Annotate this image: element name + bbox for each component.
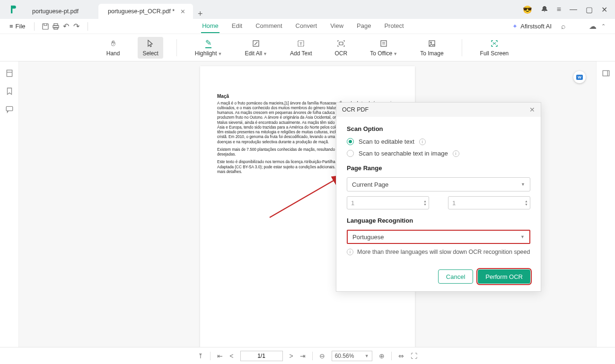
sparkle-icon: ✦	[512, 23, 518, 30]
zoom-select[interactable]: 60.56% ▼	[332, 351, 372, 361]
menu-tab-view[interactable]: View	[329, 19, 344, 33]
svg-text:T: T	[299, 42, 302, 46]
fit-width-icon[interactable]: ⇔	[398, 352, 404, 360]
menu-tab-comment[interactable]: Comment	[255, 19, 283, 33]
highlight-tool[interactable]: ✎ Highlight▼	[190, 37, 227, 59]
add-text-tool[interactable]: T Add Text	[285, 37, 316, 59]
close-icon[interactable]: ✕	[180, 8, 185, 15]
right-sidebar	[596, 61, 615, 347]
to-office-tool[interactable]: To Office▼	[365, 37, 402, 59]
select-tool[interactable]: Select	[138, 37, 163, 59]
edit-all-tool[interactable]: Edit All▼	[240, 37, 272, 59]
next-page-icon[interactable]: >	[290, 352, 293, 360]
menu-tabs: Home Edit Comment Convert View Page Prot…	[94, 19, 513, 33]
to-image-tool[interactable]: To Image	[415, 37, 448, 59]
scroll-top-icon[interactable]: ⤒	[198, 352, 203, 360]
search-icon[interactable]: ⌕	[558, 21, 569, 32]
language-info: i More than three languages will slow do…	[347, 249, 530, 255]
fit-page-icon[interactable]: ⛶	[411, 352, 417, 360]
bookmark-icon[interactable]	[5, 87, 14, 95]
perform-ocr-button[interactable]: Perform OCR	[478, 269, 530, 284]
page-from-spinner[interactable]: 1 ▲▼	[347, 196, 429, 209]
image-icon	[428, 39, 436, 48]
svg-rect-15	[603, 70, 609, 76]
zoom-value: 60.56%	[335, 353, 354, 359]
menu-tab-convert[interactable]: Convert	[295, 19, 318, 33]
cursor-icon	[147, 39, 154, 48]
panel-icon[interactable]	[602, 69, 610, 78]
separator	[176, 39, 177, 56]
menu-tab-edit[interactable]: Edit	[231, 19, 243, 33]
select-value: Portuguese	[352, 234, 384, 241]
tool-label: To Image	[420, 50, 443, 57]
close-icon[interactable]: ✕	[529, 106, 535, 113]
redo-icon[interactable]: ↷	[71, 21, 82, 32]
page-to-spinner[interactable]: 1 ▲▼	[448, 196, 530, 209]
chevron-down-icon: ▼	[393, 52, 397, 56]
page-range-select[interactable]: Current Page ▼	[347, 177, 530, 191]
chevron-down-icon: ▼	[520, 234, 525, 239]
spinner-value: 1	[452, 199, 456, 207]
chevron-down-icon: ▼	[365, 354, 369, 358]
dialog-header[interactable]: OCR PDF ✕	[336, 103, 541, 117]
minimize-icon[interactable]: —	[570, 5, 577, 14]
select-value: Current Page	[352, 181, 388, 188]
ocr-dialog: OCR PDF ✕ Scan Option Scan to editable t…	[336, 102, 541, 292]
chevron-down-icon: ▼	[521, 182, 525, 187]
ai-button[interactable]: ✦ Afirstsoft AI	[512, 23, 552, 30]
language-select[interactable]: Portuguese ▼	[347, 230, 530, 244]
fullscreen-icon	[490, 39, 499, 48]
zoom-in-icon[interactable]: ⊕	[379, 352, 385, 360]
file-menu[interactable]: ≡ File	[7, 21, 28, 32]
info-icon[interactable]: i	[453, 150, 459, 157]
export-word-button[interactable]: W	[573, 71, 586, 83]
spinner-arrows-icon[interactable]: ▲▼	[423, 199, 427, 206]
ocr-tool[interactable]: OCR	[330, 37, 352, 59]
radio-scan-editable[interactable]: Scan to editable text i	[347, 138, 530, 145]
last-page-icon[interactable]: ⇥	[300, 352, 306, 360]
page-input[interactable]	[240, 351, 283, 361]
thumbnails-icon[interactable]	[5, 69, 14, 78]
tab-portuguese-pt[interactable]: portuguese-pt.pdf	[23, 4, 98, 19]
word-icon: W	[576, 75, 583, 80]
chevron-down-icon: ▼	[218, 52, 222, 56]
highlight-icon: ✎	[205, 39, 211, 48]
bell-icon[interactable]: 🔔︎	[541, 5, 548, 14]
collapse-icon[interactable]: ⌃	[598, 21, 608, 32]
first-page-icon[interactable]: ⇤	[217, 352, 223, 360]
svg-rect-12	[6, 106, 13, 111]
user-avatar-icon[interactable]: 😎	[523, 5, 532, 14]
spinner-arrows-icon[interactable]: ▲▼	[525, 199, 528, 206]
hamburger-icon[interactable]: ≡	[557, 5, 561, 14]
menu-tab-home[interactable]: Home	[201, 19, 220, 33]
close-window-icon[interactable]: ✕	[601, 5, 607, 14]
cloud-icon[interactable]: ☁	[588, 21, 598, 32]
radio-icon	[347, 138, 354, 145]
full-screen-tool[interactable]: Full Screen	[475, 37, 514, 59]
language-title: Language Recognition	[347, 217, 530, 224]
prev-page-icon[interactable]: <	[229, 352, 233, 360]
hand-tool[interactable]: ✋︎ Hand	[102, 37, 125, 59]
menu-tab-protect[interactable]: Protect	[383, 19, 404, 33]
undo-icon[interactable]: ↶	[61, 21, 71, 32]
comment-icon[interactable]	[5, 105, 14, 113]
chevron-down-icon: ▼	[263, 52, 267, 56]
left-sidebar	[0, 61, 19, 347]
tab-portuguese-pt-ocr[interactable]: portuguese-pt_OCR.pdf * ✕	[98, 4, 193, 19]
maximize-icon[interactable]: ▢	[586, 5, 593, 14]
tool-label: Add Text	[290, 50, 312, 57]
file-label: File	[16, 23, 26, 30]
radio-scan-searchable[interactable]: Scan to searchable text in image i	[347, 150, 530, 157]
svg-rect-0	[43, 24, 48, 29]
print-icon[interactable]	[51, 21, 61, 32]
menu-tab-page[interactable]: Page	[356, 19, 372, 33]
statusbar: ⤒ ⇤ < > ⇥ ⊖ 60.56% ▼ ⊕ ⇔ ⛶	[0, 347, 615, 364]
radio-label: Scan to searchable text in image	[359, 150, 448, 157]
info-icon[interactable]: i	[419, 139, 426, 145]
zoom-out-icon[interactable]: ⊖	[319, 352, 325, 360]
add-tab-button[interactable]: +	[193, 9, 208, 19]
cancel-button[interactable]: Cancel	[438, 269, 473, 284]
scan-option-title: Scan Option	[347, 125, 530, 132]
save-icon[interactable]	[40, 21, 51, 32]
tool-label: To Office▼	[370, 50, 397, 57]
